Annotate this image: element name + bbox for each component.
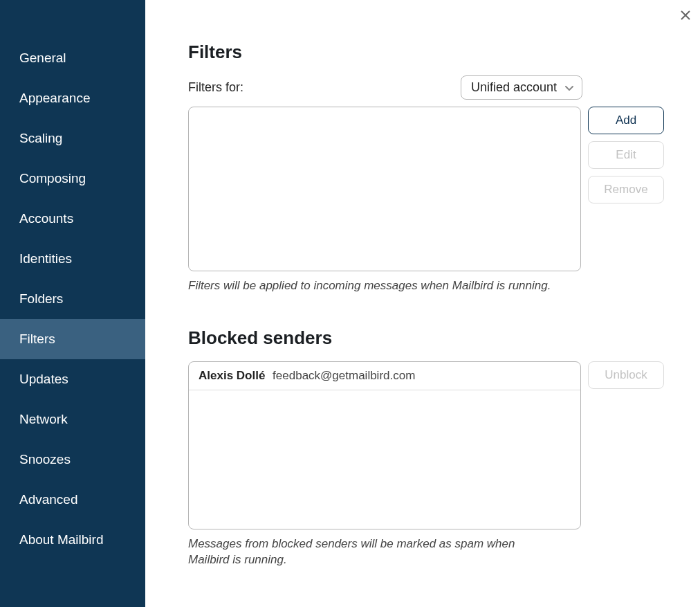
sidebar-item-label: Composing [19, 171, 86, 185]
add-filter-button[interactable]: Add [588, 107, 664, 134]
sidebar-item-label: Accounts [19, 211, 73, 226]
sidebar-item-label: Identities [19, 251, 72, 266]
filters-buttons: Add Edit Remove [588, 107, 664, 271]
unblock-button[interactable]: Unblock [588, 361, 664, 389]
close-icon [681, 9, 690, 23]
account-select-value: Unified account [471, 80, 557, 95]
blocked-buttons: Unblock [588, 361, 664, 529]
blocked-list[interactable]: Alexis Dollé feedback@getmailbird.com [188, 361, 581, 529]
sidebar-item-identities[interactable]: Identities [0, 239, 145, 279]
blocked-sender-email: feedback@getmailbird.com [273, 369, 415, 382]
filters-row: Add Edit Remove [188, 107, 664, 271]
blocked-row: Alexis Dollé feedback@getmailbird.com Un… [188, 361, 664, 529]
sidebar-item-label: Snoozes [19, 452, 71, 466]
sidebar-item-scaling[interactable]: Scaling [0, 118, 145, 158]
filters-note: Filters will be applied to incoming mess… [188, 278, 555, 294]
remove-filter-button[interactable]: Remove [588, 176, 664, 203]
sidebar-item-label: Appearance [19, 91, 90, 105]
blocked-note: Messages from blocked senders will be ma… [188, 536, 555, 568]
sidebar-item-updates[interactable]: Updates [0, 359, 145, 399]
sidebar-item-label: About Mailbird [19, 532, 103, 547]
close-button[interactable] [678, 7, 693, 25]
blocked-sender-name: Alexis Dollé [199, 369, 265, 382]
sidebar-item-label: General [19, 51, 66, 65]
settings-window: General Appearance Scaling Composing Acc… [0, 0, 700, 607]
edit-filter-button[interactable]: Edit [588, 141, 664, 169]
sidebar-item-label: Network [19, 412, 68, 426]
sidebar-item-folders[interactable]: Folders [0, 279, 145, 319]
sidebar-item-snoozes[interactable]: Snoozes [0, 440, 145, 480]
sidebar: General Appearance Scaling Composing Acc… [0, 0, 145, 607]
sidebar-item-accounts[interactable]: Accounts [0, 199, 145, 239]
filters-title: Filters [188, 42, 664, 63]
sidebar-item-advanced[interactable]: Advanced [0, 480, 145, 520]
account-select[interactable]: Unified account [461, 75, 582, 100]
filters-for-label: Filters for: [188, 80, 243, 95]
sidebar-item-appearance[interactable]: Appearance [0, 78, 145, 118]
content-pane: Filters Filters for: Unified account Add… [145, 0, 700, 607]
sidebar-item-composing[interactable]: Composing [0, 158, 145, 199]
blocked-sender-row[interactable]: Alexis Dollé feedback@getmailbird.com [189, 362, 580, 390]
chevron-down-icon [564, 82, 575, 93]
sidebar-item-filters[interactable]: Filters [0, 319, 145, 359]
filters-for-row: Filters for: Unified account [188, 75, 582, 100]
sidebar-item-network[interactable]: Network [0, 399, 145, 440]
sidebar-item-label: Advanced [19, 492, 78, 507]
sidebar-item-label: Scaling [19, 131, 62, 145]
sidebar-item-label: Filters [19, 332, 55, 346]
sidebar-item-label: Folders [19, 291, 63, 306]
filters-list[interactable] [188, 107, 581, 271]
sidebar-item-general[interactable]: General [0, 38, 145, 78]
blocked-title: Blocked senders [188, 327, 664, 349]
sidebar-item-about[interactable]: About Mailbird [0, 520, 145, 560]
sidebar-item-label: Updates [19, 372, 68, 386]
